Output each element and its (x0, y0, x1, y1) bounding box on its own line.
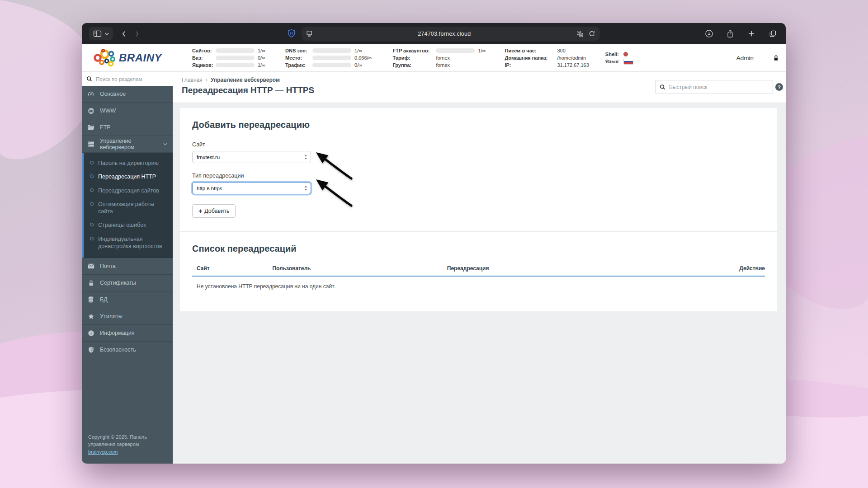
usage-bar (216, 63, 255, 67)
quick-search-input[interactable] (669, 84, 769, 90)
select-stepper-icon (304, 154, 308, 160)
sidebar-search-input[interactable] (96, 76, 168, 82)
lock-session-button[interactable] (766, 55, 786, 61)
chevron-down-icon (163, 143, 167, 145)
sidebar-toggle-icon (93, 30, 102, 37)
address-bar[interactable]: 274703.fornex.cloud (301, 27, 599, 41)
sidebar-item-label: Информация (100, 330, 135, 336)
submenu-item-error-pages[interactable]: Страницы ошибок (84, 218, 173, 232)
downloads-button[interactable] (703, 27, 715, 40)
main-content: Главная › Управление вебсервером Переадр… (173, 72, 786, 464)
select-stepper-icon (304, 185, 308, 191)
stat-value: /home/admin (557, 55, 586, 61)
share-button[interactable] (724, 27, 736, 40)
stat-value: 1/∞ (258, 62, 265, 68)
shell-status-dot (623, 52, 628, 56)
sidebar-item-db[interactable]: БД (82, 291, 173, 308)
sidebar-item-webserver[interactable]: Управление вебсервером (82, 136, 173, 153)
bullet-icon (90, 202, 94, 206)
breadcrumb-separator: › (206, 77, 208, 83)
bullet-icon (90, 188, 94, 192)
stat-value: 0/∞ (354, 62, 362, 68)
stat-value: 1/∞ (258, 48, 265, 53)
page-header-strip: Главная › Управление вебсервером Переадр… (173, 72, 786, 103)
stat-label: Shell: (605, 52, 623, 57)
russian-flag-icon[interactable] (623, 59, 633, 65)
add-redirect-heading: Добавить переадресацию (192, 120, 765, 130)
mail-icon (87, 263, 94, 269)
sidebar-search[interactable] (82, 72, 173, 86)
bullet-icon (90, 237, 94, 240)
stat-value: 1/∞ (354, 48, 362, 53)
panel-header: BRAINY Сайтов:1/∞ Баз:0/∞ Ящиков:1/∞ DNS… (82, 44, 786, 72)
forward-button[interactable] (131, 27, 143, 40)
stat-label: Трафик: (285, 62, 312, 68)
quick-search[interactable] (655, 80, 773, 94)
stat-label: Тариф: (392, 55, 436, 61)
sidebar-item-certificates[interactable]: Сертификаты (82, 275, 173, 291)
new-tab-button[interactable] (745, 27, 757, 40)
submenu-item-dir-password[interactable]: Пароль на директорию (84, 156, 173, 170)
stat-value: 300 (557, 48, 565, 53)
stats-column-4: Писем в час:300 Домашняя папка:/home/adm… (505, 47, 589, 68)
back-button[interactable] (118, 27, 129, 40)
webserver-submenu: Пароль на директорию Переадресация HTTP … (82, 153, 173, 258)
submenu-item-site-redirect[interactable]: Переадресация сайтов (84, 184, 173, 197)
bullet-icon (90, 161, 94, 164)
submenu-item-label: Переадресация HTTP (98, 173, 156, 180)
submenu-item-label: Переадресация сайтов (98, 187, 159, 194)
sidebar-item-label: Почта (100, 263, 116, 269)
site-select-value: frnxtest.ru (197, 155, 220, 160)
privacy-shield-icon[interactable] (287, 29, 296, 38)
submenu-item-label: Оптимизация работы сайта (98, 201, 167, 216)
lock-icon (87, 280, 94, 286)
page-icon (306, 30, 312, 37)
breadcrumb-home[interactable]: Главная (182, 77, 203, 83)
sidebar-item-label: Сертификаты (100, 280, 136, 286)
help-icon[interactable]: ? (775, 83, 783, 91)
breadcrumb-webserver[interactable]: Управление вебсервером (211, 77, 280, 83)
sidebar-item-information[interactable]: Информация (82, 325, 173, 342)
browser-window: 274703.fornex.cloud (82, 23, 786, 464)
copyright-text: Copyright © 2025. Панель управления серв… (88, 434, 147, 447)
sidebar-item-mail[interactable]: Почта (82, 258, 173, 275)
reload-icon[interactable] (588, 30, 595, 37)
redirect-type-select[interactable]: http в https (192, 182, 311, 194)
chevron-down-icon (105, 33, 109, 35)
redirect-list-heading: Список переадресаций (192, 244, 765, 254)
brainy-logo[interactable]: BRAINY (82, 44, 173, 71)
search-icon (660, 84, 665, 90)
stat-value: 1/∞ (478, 48, 486, 53)
submenu-item-http-redirect[interactable]: Переадресация HTTP (84, 170, 173, 183)
brainycp-link[interactable]: brainycp.com (88, 449, 118, 455)
sidebar-item-label: Управление вебсервером (100, 138, 158, 150)
translate-icon[interactable] (576, 30, 583, 38)
sidebar-item-ftp[interactable]: FTP (82, 119, 173, 136)
stat-label: Домашняя папка: (505, 55, 557, 61)
submenu-item-label: Индивидуальная донастройка виртхостов (98, 235, 167, 250)
database-icon (87, 296, 94, 303)
sidebar-item-osnovnoe[interactable]: Основное (82, 86, 173, 103)
submenu-item-vhost-tuning[interactable]: Индивидуальная донастройка виртхостов (84, 232, 173, 253)
stat-value: fornex (436, 55, 450, 61)
sidebar-item-www[interactable]: WWW (82, 103, 173, 119)
user-menu[interactable]: Admin (724, 55, 766, 61)
url-text: 274703.fornex.cloud (312, 31, 576, 37)
tab-overview-button[interactable] (767, 27, 778, 40)
sidebar-item-utilities[interactable]: Утилиты (82, 308, 173, 325)
sidebar-item-label: Безопасность (100, 347, 136, 353)
stats-column-3: FTP аккаунтов:1/∞ Тариф:fornex Группа:fo… (392, 47, 486, 68)
stat-value: fornex (436, 62, 450, 68)
sidebar-toggle-button[interactable] (89, 27, 113, 40)
submenu-item-site-optimization[interactable]: Оптимизация работы сайта (84, 197, 173, 219)
folder-icon (87, 124, 94, 131)
add-button[interactable]: + Добавить (192, 204, 236, 218)
sidebar-item-security[interactable]: Безопасность (82, 342, 173, 358)
stat-label: Ящиков: (192, 62, 216, 68)
site-select[interactable]: frnxtest.ru (192, 151, 311, 163)
sidebar-item-label: WWW (100, 108, 116, 114)
sidebar-item-label: Утилиты (100, 313, 123, 319)
add-redirect-section: Добавить переадресацию Сайт frnxtest.ru … (180, 108, 777, 232)
browser-toolbar: 274703.fornex.cloud (82, 23, 786, 44)
usage-bar (216, 48, 255, 53)
